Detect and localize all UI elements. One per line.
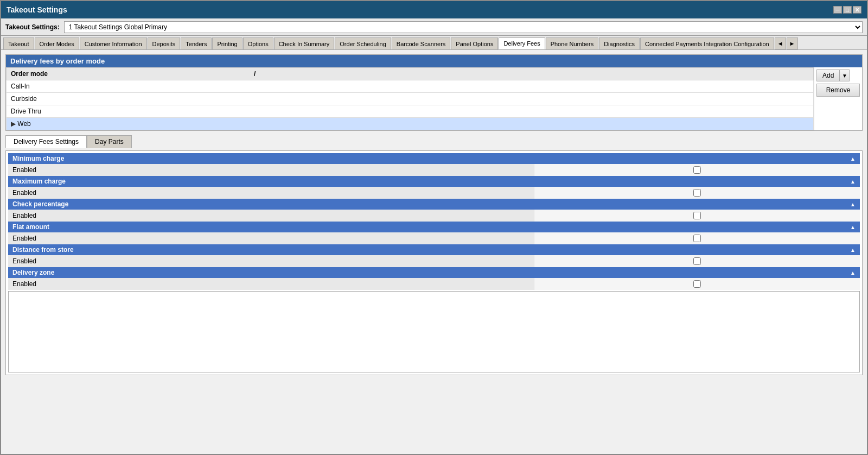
delivery-zone-enabled-control [534,278,860,290]
tab-phone-numbers[interactable]: Phone Numbers [546,37,599,49]
flat-amount-header: Flat amount ▲ [8,222,860,232]
flat-amount-title: Flat amount [12,223,49,231]
distance-from-store-enabled-row: Enabled [8,255,860,267]
minimize-button[interactable]: ─ [833,6,842,14]
order-mode-section-header: Delivery fees by order mode [6,55,862,67]
settings-tabs: Delivery Fees Settings Day Parts [5,135,863,148]
maximum-charge-enabled-label: Enabled [8,187,534,199]
minimum-charge-enabled-label: Enabled [8,164,534,176]
distance-from-store-enabled-label: Enabled [8,255,534,267]
window-title: Takeout Settings [7,5,67,14]
check-percentage-enabled-control [534,210,860,222]
maximize-button[interactable]: □ [843,6,852,14]
nav-left-arrow[interactable]: ◄ [775,37,786,49]
remove-button[interactable]: Remove [816,84,860,97]
check-percentage-section: Check percentage ▲ Enabled [8,199,860,222]
flat-amount-section: Flat amount ▲ Enabled [8,222,860,244]
check-percentage-enabled-row: Enabled [8,210,860,222]
tab-takeout[interactable]: Takeout [3,37,34,49]
takeout-settings-select[interactable]: 1 Takeout Settings Global Primary [64,21,863,33]
maximum-charge-enabled-row: Enabled [8,187,860,199]
check-percentage-header: Check percentage ▲ [8,199,860,210]
check-percentage-collapse-icon[interactable]: ▲ [850,201,856,207]
bottom-empty-area [8,291,860,372]
delivery-zone-enabled-checkbox[interactable] [693,280,701,288]
table-row[interactable]: Drive Thru [7,105,814,118]
tab-options[interactable]: Options [243,37,273,49]
tab-customer-information[interactable]: Customer Information [80,37,147,49]
order-mode-column-header: Order mode / [7,68,814,80]
flat-amount-enabled-row: Enabled [8,232,860,244]
maximum-charge-enabled-control [534,187,860,199]
maximum-charge-section: Maximum charge ▲ Enabled [8,176,860,199]
tab-deposits[interactable]: Deposits [148,37,181,49]
order-mode-web[interactable]: ▶ Web [7,118,814,130]
add-dropdown-arrow[interactable]: ▼ [840,69,850,81]
minimum-charge-section: Minimum charge ▲ Enabled [8,153,860,176]
delivery-zone-enabled-label: Enabled [8,278,534,290]
maximum-charge-collapse-icon[interactable]: ▲ [850,179,856,185]
maximum-charge-enabled-checkbox[interactable] [693,189,701,197]
delivery-zone-enabled-row: Enabled [8,278,860,290]
minimum-charge-enabled-control [534,164,860,176]
maximum-charge-title: Maximum charge [12,178,66,185]
tab-panel-options[interactable]: Panel Options [451,37,498,49]
nav-right-arrow[interactable]: ► [787,37,798,49]
distance-from-store-title: Distance from store [12,246,74,254]
minimum-charge-title: Minimum charge [12,155,64,162]
order-mode-table-container: Order mode / [6,67,862,130]
delivery-zone-collapse-icon[interactable]: ▲ [850,270,856,276]
tab-order-scheduling[interactable]: Order Scheduling [335,37,391,49]
close-button[interactable]: ✕ [853,6,861,14]
main-window: Takeout Settings ─ □ ✕ Takeout Settings:… [0,0,868,455]
add-button[interactable]: Add [816,69,840,81]
order-mode-action-buttons: Add ▼ Remove [814,67,862,130]
delivery-zone-section: Delivery zone ▲ Enabled [8,267,860,290]
nav-tabs-bar: Takeout Order Modes Customer Information… [1,36,867,50]
order-mode-curbside[interactable]: Curbside [7,93,814,105]
tab-barcode-scanners[interactable]: Barcode Scanners [392,37,451,49]
distance-from-store-header: Distance from store ▲ [8,244,860,255]
tab-connected-payments[interactable]: Connected Payments Integration Configura… [640,37,774,49]
order-mode-table-left: Order mode / [6,67,814,130]
expand-arrow-icon: ▶ [11,120,16,128]
tab-tenders[interactable]: Tenders [181,37,212,49]
table-row-selected[interactable]: ▶ Web [7,118,814,130]
check-percentage-title: Check percentage [12,200,68,208]
table-row[interactable]: Curbside [7,93,814,105]
order-mode-call-in[interactable]: Call-In [7,80,814,93]
flat-amount-enabled-control [534,232,860,244]
check-percentage-enabled-label: Enabled [8,210,534,222]
flat-amount-enabled-label: Enabled [8,232,534,244]
flat-amount-collapse-icon[interactable]: ▲ [850,224,856,230]
tab-order-modes[interactable]: Order Modes [35,37,79,49]
title-bar-controls: ─ □ ✕ [833,6,861,14]
main-content: Delivery fees by order mode Order mode [1,50,867,454]
tab-delivery-fees-settings[interactable]: Delivery Fees Settings [5,135,87,148]
table-row[interactable]: Call-In [7,80,814,93]
check-percentage-enabled-checkbox[interactable] [693,212,701,219]
minimum-charge-collapse-icon[interactable]: ▲ [850,156,856,162]
order-mode-drive-thru[interactable]: Drive Thru [7,105,814,118]
minimum-charge-enabled-row: Enabled [8,164,860,176]
order-mode-table: Order mode / [6,67,814,130]
maximum-charge-header: Maximum charge ▲ [8,176,860,187]
distance-from-store-collapse-icon[interactable]: ▲ [850,247,856,253]
add-button-group: Add ▼ [816,69,860,81]
toolbar: Takeout Settings: 1 Takeout Settings Glo… [1,18,867,36]
tab-delivery-fees[interactable]: Delivery Fees [499,37,545,49]
settings-content: Minimum charge ▲ Enabled Maximum charge [5,150,863,375]
distance-from-store-enabled-checkbox[interactable] [693,257,701,265]
minimum-charge-enabled-checkbox[interactable] [693,166,701,174]
title-bar: Takeout Settings ─ □ ✕ [1,1,867,18]
tab-check-in-summary[interactable]: Check In Summary [274,37,335,49]
flat-amount-enabled-checkbox[interactable] [693,235,701,242]
tab-printing[interactable]: Printing [212,37,242,49]
minimum-charge-header: Minimum charge ▲ [8,153,860,164]
distance-from-store-section: Distance from store ▲ Enabled [8,244,860,267]
settings-tabs-container: Delivery Fees Settings Day Parts Minimum… [5,135,863,375]
tab-diagnostics[interactable]: Diagnostics [599,37,640,49]
order-mode-section: Delivery fees by order mode Order mode [5,54,863,131]
tab-day-parts[interactable]: Day Parts [87,135,132,148]
distance-from-store-enabled-control [534,255,860,267]
